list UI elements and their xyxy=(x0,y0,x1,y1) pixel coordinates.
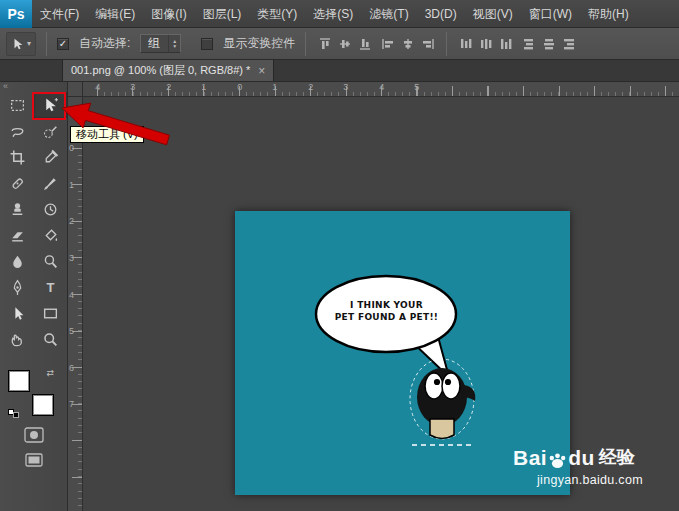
document-tab-bar: 001.png @ 100% (图层 0, RGB/8#) * × xyxy=(0,60,679,82)
menu-filter[interactable]: 滤镜(T) xyxy=(361,0,416,28)
distribute-top-edges-button[interactable] xyxy=(457,35,474,53)
document-tab-title: 001.png @ 100% (图层 0, RGB/8#) * xyxy=(71,63,250,78)
hand-tool[interactable] xyxy=(1,326,34,352)
menu-image[interactable]: 图像(I) xyxy=(143,0,194,28)
panel-collapse-icon[interactable]: « xyxy=(0,82,67,92)
rectangle-icon xyxy=(42,305,59,322)
menu-type[interactable]: 类型(Y) xyxy=(249,0,305,28)
rectangle-shape-tool[interactable] xyxy=(34,300,67,326)
dropdown-stepper[interactable]: ▲ ▼ xyxy=(168,35,180,52)
history-brush-tool[interactable] xyxy=(34,196,67,222)
ruler-label: 3 xyxy=(69,253,74,263)
ruler-label: 7 xyxy=(69,399,74,409)
watermark-url: jingyan.baidu.com xyxy=(537,473,643,487)
align-vertical-centers-button[interactable] xyxy=(336,35,353,53)
brush-icon xyxy=(42,175,59,192)
distribute-horizontal-centers-button[interactable] xyxy=(540,35,557,53)
zoom-tool[interactable] xyxy=(34,326,67,352)
background-color-swatch[interactable] xyxy=(32,394,54,416)
chevron-down-icon: ▼ xyxy=(172,44,177,49)
menu-help[interactable]: 帮助(H) xyxy=(580,0,637,28)
align-group-2 xyxy=(379,35,436,53)
crop-icon xyxy=(9,149,26,166)
auto-select-checkbox[interactable]: ✓ xyxy=(57,38,69,50)
speech-bubble-text: I THINK YOUR PET FOUND A PET!! xyxy=(321,299,452,323)
menu-select[interactable]: 选择(S) xyxy=(305,0,361,28)
menu-bar: Ps 文件(F) 编辑(E) 图像(I) 图层(L) 类型(Y) 选择(S) 滤… xyxy=(0,0,679,28)
blur-tool[interactable] xyxy=(1,248,34,274)
menu-view[interactable]: 视图(V) xyxy=(465,0,521,28)
ruler-label: 1 xyxy=(69,180,74,190)
type-tool[interactable]: T xyxy=(34,274,67,300)
horizontal-ruler[interactable]: 4 3 2 1 0 1 2 3 4 5 xyxy=(83,82,679,97)
dodge-tool[interactable] xyxy=(34,248,67,274)
hand-icon xyxy=(9,331,26,348)
paint-bucket-tool[interactable] xyxy=(34,222,67,248)
color-swatches: ⇄ xyxy=(8,370,54,416)
quick-mask-button[interactable] xyxy=(24,427,44,443)
menu-window[interactable]: 窗口(W) xyxy=(521,0,580,28)
annotation-arrow xyxy=(58,96,180,152)
align-bottom-edges-button[interactable] xyxy=(356,35,373,53)
canvas-area[interactable]: I THINK YOUR PET FOUND A PET!! xyxy=(83,97,679,511)
rectangular-marquee-tool[interactable] xyxy=(1,92,34,118)
eraser-tool[interactable] xyxy=(1,222,34,248)
separator xyxy=(305,32,306,56)
distribute-right-edges-button[interactable] xyxy=(560,35,577,53)
auto-select-value: 组 xyxy=(148,35,160,52)
default-colors-icon[interactable] xyxy=(8,409,19,418)
ruler-label: 4 xyxy=(379,82,384,92)
auto-select-dropdown[interactable]: 组 ▲ ▼ xyxy=(140,34,181,53)
align-right-edges-button[interactable] xyxy=(419,35,436,53)
menu-3d[interactable]: 3D(D) xyxy=(417,0,465,28)
paint-bucket-icon xyxy=(42,227,59,244)
vertical-ruler[interactable]: 0 1 2 3 4 5 6 7 xyxy=(68,97,83,511)
baidu-logo: Bai du 经验 xyxy=(513,445,643,470)
lasso-icon xyxy=(9,123,26,140)
quick-selection-icon xyxy=(42,123,59,140)
align-horizontal-centers-button[interactable] xyxy=(399,35,416,53)
magnifier-icon xyxy=(42,331,59,348)
tool-preset-picker[interactable]: ▾ xyxy=(6,32,36,56)
lasso-tool[interactable] xyxy=(1,118,34,144)
align-top-edges-button[interactable] xyxy=(316,35,333,53)
stamp-icon xyxy=(9,201,26,218)
close-tab-icon[interactable]: × xyxy=(258,64,265,78)
distribute-vertical-centers-button[interactable] xyxy=(477,35,494,53)
brush-tool[interactable] xyxy=(34,170,67,196)
distribute-group-2 xyxy=(520,35,577,53)
crop-tool[interactable] xyxy=(1,144,34,170)
watermark-jingyan: 经验 xyxy=(599,445,635,469)
ruler-label: 3 xyxy=(130,82,135,92)
baidu-watermark: Bai du 经验 jingyan.baidu.com xyxy=(513,445,643,487)
mini-background xyxy=(13,412,19,418)
screen-mode-button[interactable] xyxy=(25,453,43,467)
ruler-label: 3 xyxy=(343,82,348,92)
paw-icon xyxy=(548,451,567,470)
menu-edit[interactable]: 编辑(E) xyxy=(87,0,143,28)
dodge-icon xyxy=(42,253,59,270)
pen-tool[interactable] xyxy=(1,274,34,300)
swap-colors-icon[interactable]: ⇄ xyxy=(46,368,54,378)
ruler-label: 4 xyxy=(95,82,100,92)
show-transform-checkbox[interactable] xyxy=(201,38,213,50)
photoshop-window: Ps 文件(F) 编辑(E) 图像(I) 图层(L) 类型(Y) 选择(S) 滤… xyxy=(0,0,679,511)
distribute-left-edges-button[interactable] xyxy=(520,35,537,53)
clone-stamp-tool[interactable] xyxy=(1,196,34,222)
eraser-icon xyxy=(9,227,26,244)
align-left-edges-button[interactable] xyxy=(379,35,396,53)
move-tool-icon xyxy=(11,37,25,51)
ruler-label: 1 xyxy=(272,82,277,92)
menu-layer[interactable]: 图层(L) xyxy=(195,0,250,28)
path-selection-tool[interactable] xyxy=(1,300,34,326)
menu-file[interactable]: 文件(F) xyxy=(32,0,87,28)
marquee-icon xyxy=(9,97,26,114)
foreground-color-swatch[interactable] xyxy=(8,370,30,392)
ruler-origin-corner[interactable] xyxy=(68,82,83,97)
spot-healing-brush-tool[interactable] xyxy=(1,170,34,196)
ruler-label: 5 xyxy=(69,326,74,336)
document-tab[interactable]: 001.png @ 100% (图层 0, RGB/8#) * × xyxy=(62,60,274,81)
ruler-label: 2 xyxy=(69,216,74,226)
distribute-bottom-edges-button[interactable] xyxy=(497,35,514,53)
ruler-label: 4 xyxy=(69,290,74,300)
